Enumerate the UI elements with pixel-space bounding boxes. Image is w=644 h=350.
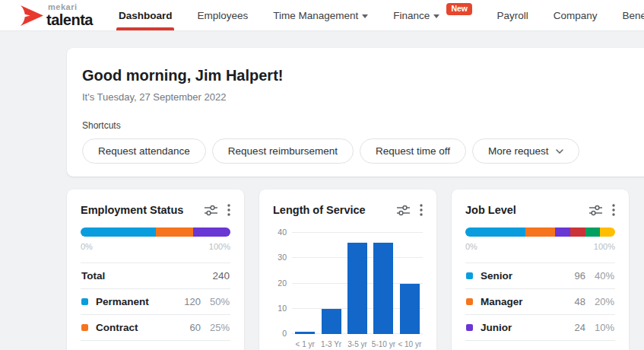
- legend-swatch: [81, 298, 88, 305]
- kebab-menu-icon[interactable]: [612, 204, 615, 216]
- bar-3-5-yr: [347, 243, 367, 334]
- request-time-off-button[interactable]: Request time off: [360, 138, 466, 164]
- bar-chart-x-labels: < 1 yr1-3 Yr3-5 yr5-10 yr< 10 yr: [292, 340, 423, 348]
- widgets-row: Employment Status 0% 100% Total 240: [67, 189, 629, 350]
- bar-slot: [370, 233, 396, 334]
- scale-labels: 0% 100%: [465, 242, 615, 251]
- employment-status-card: Employment Status 0% 100% Total 240: [67, 189, 244, 350]
- legend-percent: 20%: [585, 296, 614, 307]
- legend-swatch: [466, 272, 473, 279]
- kebab-menu-icon[interactable]: [420, 204, 423, 216]
- legend-row-probation: Probation6025%: [81, 341, 230, 350]
- bar-slot: [344, 233, 370, 334]
- y-axis-tick-label: 20: [278, 278, 287, 288]
- legend-row-senior: Senior9640%: [465, 263, 615, 289]
- sliders-icon[interactable]: [589, 205, 602, 216]
- job-level-stacked-bar: [465, 228, 615, 237]
- scale-min: 0%: [81, 242, 93, 251]
- bar-5-10-yr: [373, 243, 393, 334]
- job-level-card: Job Level 0% 100% Senior9640%Manager4820…: [452, 189, 629, 350]
- top-navbar: mekari talenta DashboardEmployeesTime Ma…: [0, 0, 644, 31]
- scale-max: 100%: [209, 242, 230, 251]
- bar-slot: [397, 233, 423, 334]
- legend-swatch: [81, 324, 88, 331]
- employment-status-header: Employment Status: [81, 204, 230, 216]
- employment-status-legend: Permanent12050%Contract6025%Probation602…: [81, 289, 230, 350]
- main-nav: DashboardEmployeesTime ManagementFinance…: [119, 0, 644, 30]
- y-axis-tick-label: 0: [282, 329, 287, 338]
- chevron-down-icon: [433, 14, 439, 18]
- bar-series: [292, 233, 423, 334]
- job-level-title: Job Level: [465, 204, 516, 216]
- main-content: Good morning, Jim Halpert! It's Tuesday,…: [67, 48, 644, 350]
- nav-item-time-management[interactable]: Time Management: [273, 0, 368, 30]
- bar-segment: [555, 228, 570, 237]
- new-badge: New: [446, 3, 472, 15]
- total-value: 240: [212, 270, 230, 282]
- legend-percent: 10%: [585, 322, 614, 333]
- legend-label: Contract: [96, 322, 176, 333]
- request-reimbursement-button[interactable]: Request reimbursement: [212, 138, 354, 164]
- nav-item-company[interactable]: Company: [554, 0, 598, 30]
- bar-segment: [81, 228, 156, 237]
- nav-item-benefit[interactable]: Benefit: [622, 0, 644, 30]
- nav-item-label: Employees: [197, 10, 248, 21]
- kebab-menu-icon[interactable]: [227, 204, 230, 216]
- nav-item-label: Finance: [393, 10, 430, 21]
- nav-item-dashboard[interactable]: Dashboard: [119, 0, 173, 30]
- legend-swatch: [466, 298, 473, 305]
- sliders-icon[interactable]: [397, 205, 410, 216]
- legend-row-internship: Internship2410%: [465, 341, 615, 350]
- card-actions: [589, 204, 615, 216]
- sliders-icon[interactable]: [205, 205, 217, 216]
- bar--1-yr: [295, 332, 315, 334]
- bar-slot: [318, 233, 344, 334]
- y-axis-tick-label: 40: [278, 228, 287, 237]
- length-of-service-header: Length of Service: [273, 204, 423, 216]
- legend-swatch: [466, 324, 473, 331]
- legend-count: 24: [561, 322, 585, 333]
- length-of-service-title: Length of Service: [273, 204, 366, 216]
- more-request-button[interactable]: More request: [472, 138, 579, 164]
- total-label: Total: [81, 270, 105, 282]
- shortcut-buttons: Request attendanceRequest reimbursementR…: [82, 138, 644, 164]
- bar-segment: [585, 228, 601, 237]
- bar-chart-plot: 010203040: [292, 233, 423, 334]
- x-axis-tick-label: 3-5 yr: [344, 340, 370, 348]
- x-axis-tick-label: 1-3 Yr: [318, 340, 344, 348]
- card-actions: [397, 204, 423, 216]
- logo-wordmark: mekari talenta: [46, 3, 93, 27]
- legend-percent: 40%: [585, 270, 614, 282]
- nav-item-finance[interactable]: FinanceNew: [393, 0, 439, 30]
- bar-segment: [156, 228, 193, 237]
- legend-label: Senior: [481, 270, 561, 282]
- bar-segment: [570, 228, 585, 237]
- request-attendance-button[interactable]: Request attendance: [82, 138, 206, 164]
- y-axis-tick-label: 30: [278, 253, 287, 262]
- x-axis-tick-label: < 1 yr: [292, 340, 318, 348]
- x-axis-tick-label: 5-10 yr: [370, 340, 396, 348]
- mekari-talenta-logo[interactable]: mekari talenta: [19, 3, 93, 27]
- button-label: Request time off: [376, 145, 450, 157]
- legend-label: Junior: [481, 322, 561, 333]
- nav-item-payroll[interactable]: Payroll: [496, 0, 528, 30]
- scale-max: 100%: [594, 242, 615, 251]
- legend-count: 96: [561, 270, 585, 282]
- bar--10-yr: [400, 284, 420, 335]
- bar-segment: [465, 228, 525, 237]
- y-axis-tick-label: 10: [278, 304, 287, 313]
- legend-row-contract: Contract6025%: [81, 315, 230, 341]
- legend-row-junior: Junior2410%: [465, 315, 615, 341]
- length-of-service-card: Length of Service 010203040 < 1 yr1-3 Yr…: [259, 189, 436, 350]
- legend-count: 120: [176, 296, 201, 307]
- button-label: Request reimbursement: [228, 145, 338, 157]
- legend-count: 60: [176, 322, 201, 333]
- x-axis-tick-label: < 10 yr: [397, 340, 423, 348]
- greeting-date: It's Tuesday, 27 September 2022: [82, 91, 644, 103]
- button-label: More request: [488, 145, 549, 157]
- nav-item-label: Dashboard: [119, 10, 173, 21]
- scale-labels: 0% 100%: [81, 242, 230, 251]
- length-of-service-chart: 010203040 < 1 yr1-3 Yr3-5 yr5-10 yr< 10 …: [273, 233, 423, 348]
- card-actions: [205, 204, 230, 216]
- nav-item-employees[interactable]: Employees: [197, 0, 248, 30]
